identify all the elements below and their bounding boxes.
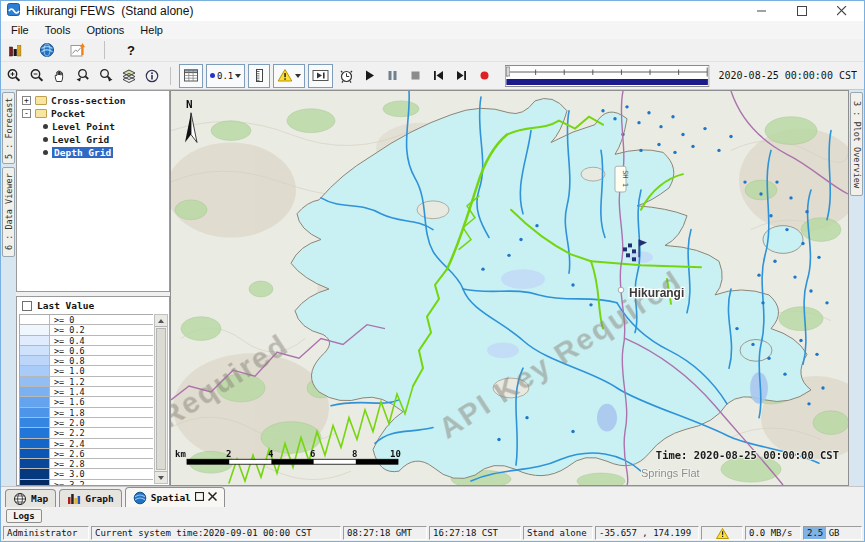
legend-swatch [20,397,50,406]
legend-swatch [20,439,50,448]
animation-panel-button[interactable] [308,64,333,88]
legend-swatch [20,325,50,334]
close-button[interactable] [836,5,848,17]
layers-icon[interactable] [119,65,139,87]
explorer-icon[interactable] [6,39,26,61]
menu-tools[interactable]: Tools [37,22,79,38]
legend-row: >= 1.8 [20,408,153,418]
triangle-down-icon [158,476,164,480]
stop-button[interactable] [405,65,425,87]
legend-label: >= 2.8 [50,459,153,468]
town-label: Hikurangi [629,286,684,300]
scale-tick: 6 [310,449,315,459]
legend-row: >= 1.0 [20,366,153,376]
info-icon[interactable] [142,65,162,87]
grid-layer-button[interactable] [179,64,203,88]
scale-tick: 2 [226,449,231,459]
tab-forecast[interactable]: 5 : Forecast [2,92,15,164]
legend-row: >= 0.4 [20,336,153,346]
menu-help[interactable]: Help [132,22,171,38]
help-button[interactable]: ? [121,39,141,61]
menu-file[interactable]: File [3,22,37,38]
map-canvas[interactable]: API Key Required API Key Required SH 1 H… [171,91,848,485]
legend-swatch [20,449,50,458]
tab-graph-label: Graph [85,493,114,504]
legend-label: >= 1.4 [50,387,153,396]
legend-swatch [20,366,50,375]
tree-item-depth-grid[interactable]: Depth Grid [17,146,169,159]
chart-display-icon[interactable] [68,39,88,61]
scale-tick: 8 [352,449,357,459]
scroll-down-button[interactable] [155,471,167,483]
expand-plus-icon[interactable]: + [22,96,31,105]
legend-swatch [20,459,50,468]
map-toolbar: 0.1 [1,61,864,90]
tab-graph[interactable]: Graph [59,489,122,507]
tab-data-viewer[interactable]: 6 : Data Viewer [2,167,15,257]
tree-item-pocket[interactable]: - Pocket [17,107,169,120]
minimize-button[interactable] [756,5,768,17]
collapse-minus-icon[interactable]: - [22,109,31,118]
pan-hand-icon[interactable] [50,65,70,87]
legend-label: >= 3.0 [50,469,153,478]
zoom-previous-icon[interactable] [73,65,93,87]
layer-tree: + Cross-section - Pocket Level Point Lev… [16,90,170,292]
tree-item-label: Level Point [52,121,115,132]
tab-map[interactable]: Map [5,489,56,507]
zoom-in-icon[interactable] [4,65,24,87]
scroll-thumb[interactable] [156,328,166,470]
tree-item-label: Level Grid [52,134,109,145]
legend-swatch [20,408,50,417]
last-value-checkbox[interactable] [22,301,32,311]
tab-spatial[interactable]: Spatial [125,487,225,507]
scale-unit-label: km [175,449,186,459]
globe-wire-icon [13,492,27,506]
window-title: Hikurangi FEWS (Stand alone) [26,4,193,18]
legend-label: >= 0.8 [50,356,153,365]
scroll-up-button[interactable] [155,315,167,327]
legend-label: >= 0.6 [50,346,153,355]
tab-plot-overview[interactable]: 3 : Plot Overview [850,92,863,196]
status-user: Administrator [3,526,89,540]
animation-clock-icon[interactable] [336,65,356,87]
legend-swatch [20,469,50,478]
pause-button[interactable] [382,65,402,87]
legend-row: >= 2.8 [20,459,153,469]
legend-row: >= 2.0 [20,418,153,428]
legend-header: Last Value [17,297,169,314]
statusbar: Administrator Current system time:2020-0… [1,525,864,541]
toolbar-separator [170,67,171,85]
skip-to-end-button[interactable] [451,65,471,87]
menu-options[interactable]: Options [78,22,132,38]
play-button[interactable] [359,65,379,87]
zoom-out-icon[interactable] [27,65,47,87]
panel-close-button[interactable] [208,492,217,503]
left-tab-strip: 5 : Forecast 6 : Data Viewer [1,90,16,486]
folder-icon [35,96,47,105]
logs-button[interactable]: Logs [6,509,42,523]
contour-threshold-dropdown[interactable]: 0.1 [206,64,245,88]
legend-title: Last Value [37,300,94,311]
tree-item-level-grid[interactable]: Level Grid [17,133,169,146]
tree-item-level-point[interactable]: Level Point [17,120,169,133]
zoom-next-icon[interactable] [96,65,116,87]
threshold-dot-icon [210,73,215,78]
panel-maximize-button[interactable] [195,492,204,503]
right-tab-strip: 3 : Plot Overview [849,90,864,486]
status-coordinates: -35.657 , 174.199 [595,526,699,540]
timeline-span-bar [507,79,709,85]
status-local-time: 16:27:18 CST [429,526,521,540]
map-view[interactable]: API Key Required API Key Required SH 1 H… [170,90,849,486]
warning-threshold-dropdown[interactable] [273,64,305,88]
tree-item-cross-section[interactable]: + Cross-section [17,94,169,107]
gauge-scale-button[interactable] [248,64,270,88]
globe-map-icon[interactable] [37,39,57,61]
record-button[interactable] [474,65,494,87]
legend-swatch [20,428,50,437]
timeline-slider[interactable] [505,65,709,87]
legend-scrollbar[interactable] [154,314,168,484]
timeline-thumb[interactable] [507,67,510,76]
maximize-button[interactable] [796,5,808,17]
skip-to-start-button[interactable] [428,65,448,87]
area-label: Springs Flat [641,467,700,479]
